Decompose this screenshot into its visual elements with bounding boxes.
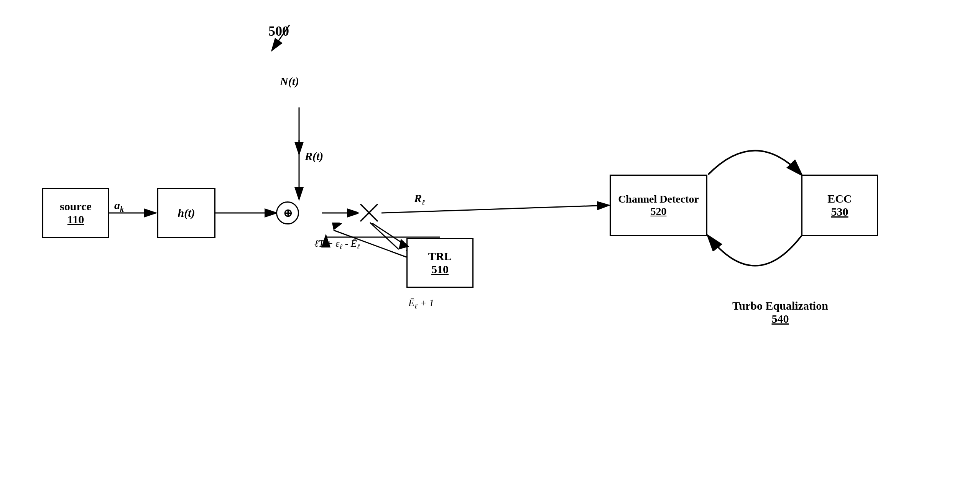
source-number: 110 bbox=[67, 213, 84, 226]
timing-label: ℓT + εℓ - Ēℓ bbox=[314, 238, 360, 251]
source-box: source 110 bbox=[42, 188, 109, 238]
sampler-svg bbox=[358, 202, 380, 223]
svg-line-21 bbox=[370, 223, 399, 249]
sum-circle: ⊕ bbox=[276, 201, 299, 224]
ecc-number: 530 bbox=[831, 205, 848, 218]
trl-label: TRL bbox=[428, 250, 452, 263]
ht-label: h(t) bbox=[178, 206, 195, 219]
turbo-eq-label: Turbo Equalization 540 bbox=[711, 299, 849, 325]
rt-label: R(t) bbox=[305, 150, 323, 163]
ecc-label: ECC bbox=[827, 192, 852, 205]
rl-label: Rℓ bbox=[414, 192, 425, 207]
ecc-box: ECC 530 bbox=[801, 175, 878, 236]
sum-symbol: ⊕ bbox=[283, 207, 292, 219]
sampler bbox=[358, 202, 380, 223]
epsilon-bar-label: Ēℓ + 1 bbox=[408, 297, 434, 310]
source-label: source bbox=[60, 200, 92, 213]
ak-label: ak bbox=[114, 199, 124, 214]
cd-label: Channel Detector bbox=[618, 193, 699, 205]
diagram-svg bbox=[0, 0, 980, 480]
trl-number: 510 bbox=[431, 263, 449, 276]
channel-detector-box: Channel Detector 520 bbox=[610, 175, 707, 236]
svg-line-15 bbox=[272, 25, 289, 50]
cd-number: 520 bbox=[651, 205, 667, 218]
diagram: 500 source 110 ak h(t) N(t) R(t) ⊕ Rℓ bbox=[0, 0, 980, 480]
fig-arrow bbox=[257, 21, 303, 59]
ht-box: h(t) bbox=[157, 188, 215, 238]
nt-label: N(t) bbox=[280, 75, 299, 88]
trl-box: TRL 510 bbox=[406, 238, 474, 288]
